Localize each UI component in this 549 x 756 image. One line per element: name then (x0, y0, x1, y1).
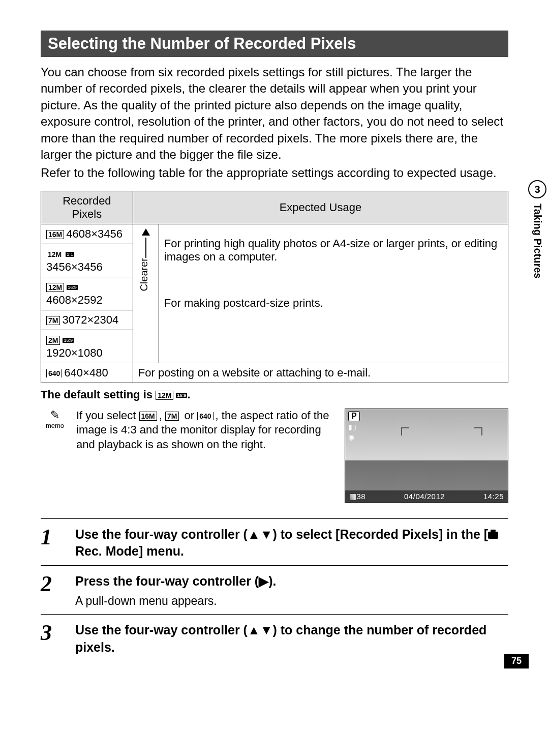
mode-badge: P (348, 411, 360, 421)
usage-bot: For posting on a website or attaching to… (133, 363, 508, 383)
aspect-icon: 1:1 (66, 252, 74, 257)
res-icon: 16M (139, 412, 157, 421)
res-icon: 12M (156, 391, 173, 400)
table-row: 12M16:9 4608×2592 For making postcard-si… (41, 277, 508, 310)
memo-text: If you select 16M, 7M or 640, the aspect… (76, 409, 338, 503)
usage-top: For printing high quality photos or A4-s… (159, 224, 508, 277)
resolution-value: 3456×3456 (46, 260, 103, 273)
res-icon: 7M (165, 412, 179, 421)
step-subtext: A pull-down menu appears. (75, 593, 276, 609)
res-icon: 7M (46, 316, 60, 325)
time-display: 14:25 (483, 492, 504, 501)
chapter-number: 3 (528, 180, 546, 198)
default-setting-note: The default setting is 12M16:9. (41, 388, 508, 401)
resolution-value: 4608×3456 (66, 227, 123, 240)
camera-display-preview: P ▮▯ ◉ ▦38 04/04/2012 14:25 (345, 409, 508, 503)
table-header-pixels: Recorded Pixels (41, 191, 133, 224)
chapter-tab: 3 Taking Pictures (526, 180, 549, 278)
step-number: 1 (41, 526, 66, 561)
step-text: Use the four-way controller (▲▼) to sele… (75, 526, 508, 561)
table-header-usage: Expected Usage (133, 191, 508, 224)
res-icon: 640 (197, 412, 213, 420)
recorded-pixels-table: Recorded Pixels Expected Usage 16M4608×3… (41, 191, 508, 383)
table-row: 640640×480 For posting on a website or a… (41, 363, 508, 383)
arrow-up-icon (142, 228, 150, 236)
section-title: Selecting the Number of Recorded Pixels (41, 31, 508, 57)
res-icon: 12M (46, 250, 63, 258)
step-item: 2 Press the four-way controller (▶). A p… (41, 565, 508, 614)
intro-paragraph-2: Refer to the following table for the app… (41, 165, 508, 181)
aspect-icon: 16:9 (63, 338, 74, 343)
resolution-value: 640×480 (64, 366, 108, 379)
resolution-value: 3072×2304 (62, 313, 118, 326)
memo-icon: ✎ memo (41, 409, 69, 503)
table-row: 2M16:9 1920×1080 (41, 330, 508, 363)
camera-icon (488, 532, 498, 539)
step-number: 3 (41, 622, 66, 656)
page-number: 75 (504, 654, 529, 668)
table-row: 16M4608×3456 Clearer For printing high q… (41, 224, 508, 244)
resolution-value: 1920×1080 (46, 346, 103, 359)
aspect-icon: 16:9 (67, 285, 78, 290)
step-item: 1 Use the four-way controller (▲▼) to se… (41, 518, 508, 566)
card-icon: ▦ (349, 492, 357, 501)
step-number: 2 (41, 573, 66, 609)
res-icon: 12M (46, 283, 64, 292)
intro-paragraph-1: You can choose from six recorded pixels … (41, 64, 508, 163)
step-text: Use the four-way controller (▲▼) to chan… (75, 622, 508, 656)
res-icon: 640 (46, 369, 62, 377)
face-icon: ◉ (348, 432, 360, 442)
date-display: 04/04/2012 (404, 492, 445, 501)
shot-count: 38 (357, 492, 366, 501)
usage-mid: For making postcard-size prints. (159, 277, 508, 330)
step-text: Press the four-way controller (▶). A pul… (75, 573, 276, 609)
resolution-value: 4608×2592 (46, 294, 103, 306)
chapter-label: Taking Pictures (532, 203, 543, 278)
res-icon: 16M (46, 230, 64, 239)
res-icon: 2M (46, 336, 60, 345)
battery-icon: ▮▯ (348, 422, 360, 431)
step-item: 3 Use the four-way controller (▲▼) to ch… (41, 614, 508, 661)
steps-list: 1 Use the four-way controller (▲▼) to se… (41, 518, 508, 661)
aspect-icon: 16:9 (176, 393, 187, 398)
clearer-label: Clearer (138, 258, 150, 292)
